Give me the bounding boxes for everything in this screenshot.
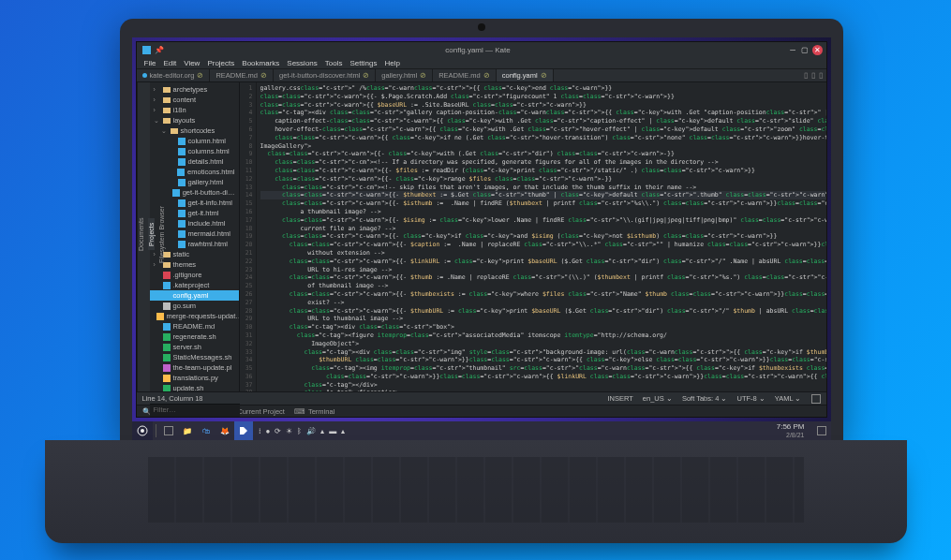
menu-icon[interactable]	[811, 394, 821, 404]
tab-close-icon[interactable]: ⊘	[197, 71, 203, 80]
tree-item[interactable]: config.yaml	[150, 290, 239, 301]
chevron-icon[interactable]: ›	[154, 96, 160, 103]
tab-close-icon[interactable]: ⊘	[420, 71, 426, 80]
volume-icon[interactable]: 🔊	[306, 427, 316, 435]
menu-file[interactable]: File	[144, 59, 156, 67]
tree-item[interactable]: .gitignore	[150, 270, 239, 280]
tool-terminal[interactable]: ⌨Terminal	[294, 407, 334, 416]
tab-2[interactable]: get-it-button-discover.html⊘	[274, 69, 376, 81]
close-button[interactable]: ✕	[812, 45, 823, 55]
menu-projects[interactable]: Projects	[207, 59, 234, 67]
filter-input[interactable]: Filter…	[150, 404, 240, 417]
folder-icon	[163, 107, 171, 114]
tree-item[interactable]: get-it-button-di…	[150, 187, 239, 198]
updates-icon[interactable]: ⟳	[275, 427, 281, 435]
tree-item[interactable]: .kateproject	[150, 280, 239, 290]
brightness-icon[interactable]: ☀	[286, 427, 292, 435]
side-tab-projects[interactable]: Projects	[148, 218, 155, 249]
app-files[interactable]: 📁	[178, 421, 197, 440]
spell-lang[interactable]: en_US ⌄	[643, 394, 673, 403]
tree-item[interactable]: column.html	[150, 136, 239, 146]
close-view-icon[interactable]: ▯	[819, 71, 823, 80]
menu-tools[interactable]: Tools	[325, 59, 343, 67]
tree-item[interactable]: translations.py	[150, 373, 239, 383]
chevron-icon[interactable]: ⌄	[154, 117, 160, 125]
minimize-button[interactable]: ─	[788, 45, 798, 55]
tab-close-icon[interactable]: ⊘	[483, 71, 490, 80]
tool-label: Terminal	[308, 407, 334, 416]
chevron-icon[interactable]: ›	[154, 86, 160, 93]
tree-item[interactable]: ›content	[150, 95, 239, 105]
tree-item[interactable]: StaticMessages.sh	[150, 352, 239, 362]
start-button[interactable]	[132, 421, 153, 440]
tab-close-icon[interactable]: ⊘	[541, 71, 547, 80]
taskbar: 📁 🛍 🦊 ⁞ ● ⟳ ☀ ᛒ 🔊 ▴ ▬ ▴	[132, 421, 831, 440]
side-tab-documents[interactable]: Documents	[138, 214, 144, 254]
app-kate[interactable]	[234, 421, 253, 440]
battery-icon[interactable]: ▬	[329, 427, 336, 435]
tab-3[interactable]: gallery.html⊘	[376, 69, 433, 81]
app-firefox[interactable]: 🦊	[215, 421, 234, 440]
tab-width[interactable]: Soft Tabs: 4 ⌄	[682, 394, 728, 403]
tree-item[interactable]: go.sum	[150, 301, 239, 311]
tree-item-label: README.md	[173, 322, 215, 331]
tab-5[interactable]: config.yaml⊘	[497, 69, 554, 81]
tree-item[interactable]: merge-requests-updat…	[150, 311, 239, 321]
menu-bookmarks[interactable]: Bookmarks	[242, 59, 279, 67]
tree-item[interactable]: ⌄layouts	[150, 115, 239, 125]
tree-item[interactable]: gallery.html	[150, 177, 239, 187]
file-icon	[163, 344, 171, 351]
show-desktop[interactable]	[812, 421, 831, 440]
bluetooth-icon[interactable]: ᛒ	[297, 427, 302, 435]
tab-1[interactable]: README.md⊘	[210, 69, 274, 81]
menubar: FileEditViewProjectsBookmarksSessionsToo…	[137, 57, 826, 69]
tool-label: Current Project	[237, 407, 284, 416]
svg-rect-20	[163, 282, 171, 289]
app-pager[interactable]	[159, 421, 178, 440]
file-icon	[178, 179, 186, 186]
menu-edit[interactable]: Edit	[163, 59, 176, 67]
encoding[interactable]: UTF-8 ⌄	[736, 394, 765, 403]
tree-item[interactable]: regenerate.sh	[150, 332, 239, 342]
tab-0[interactable]: kate-editor.org⊘	[137, 69, 211, 81]
split-h-icon[interactable]: ▯	[804, 71, 808, 80]
tree-item[interactable]: ›i18n	[150, 105, 239, 115]
tree-item[interactable]: README.md	[150, 321, 239, 332]
clock[interactable]: 7:56 PM 2/8/21	[769, 422, 812, 439]
clipboard-icon[interactable]: ●	[266, 427, 271, 435]
chevron-up-icon[interactable]: ▴	[341, 427, 345, 435]
insert-mode[interactable]: INSERT	[607, 394, 632, 403]
chevron-icon[interactable]: ›	[154, 107, 160, 113]
systray[interactable]: ⁞ ● ⟳ ☀ ᛒ 🔊 ▴ ▬ ▴	[253, 427, 351, 435]
pin-icon[interactable]: 📌	[155, 46, 163, 54]
tree-item[interactable]: emoticons.html	[150, 167, 239, 177]
tree-item[interactable]: update.sh	[150, 383, 239, 391]
menu-view[interactable]: View	[184, 59, 200, 67]
chevron-icon[interactable]: ⌄	[161, 127, 168, 135]
network-icon[interactable]: ▴	[320, 427, 324, 435]
split-v-icon[interactable]: ▯	[811, 71, 815, 80]
menu-help[interactable]: Help	[384, 59, 399, 67]
titlebar[interactable]: 📌 config.yaml — Kate ─ ▢ ✕	[137, 42, 826, 57]
tree-item[interactable]: columns.html	[150, 146, 239, 156]
menu-sessions[interactable]: Sessions	[287, 59, 317, 67]
tree-item[interactable]: the-team-update.pl	[150, 362, 239, 373]
side-tab-filesystem-browser[interactable]: Filesystem Browser	[158, 201, 165, 266]
tree-item[interactable]: details.html	[150, 156, 239, 167]
menu-settings[interactable]: Settings	[349, 59, 377, 67]
tree-item[interactable]: ›archetypes	[150, 84, 239, 95]
tab-close-icon[interactable]: ⊘	[363, 71, 369, 80]
file-mode[interactable]: YAML ⌄	[775, 394, 802, 403]
tree-item[interactable]: server.sh	[150, 342, 239, 352]
tree-item[interactable]: ⌄shortcodes	[150, 125, 239, 136]
code-left[interactable]: gallery.cssclass="c-str">" /%class="c-wa…	[257, 82, 826, 391]
tab-close-icon[interactable]: ⊘	[260, 71, 267, 80]
tree-item-label: merge-requests-updat…	[167, 312, 240, 320]
gutter-left: 1234567891011121314151617181920212223242…	[240, 82, 257, 391]
tab-4[interactable]: README.md⊘	[433, 69, 497, 81]
app-discover[interactable]: 🛍	[197, 421, 215, 440]
maximize-button[interactable]: ▢	[800, 45, 810, 55]
svg-rect-0	[142, 46, 151, 54]
file-icon	[163, 375, 171, 382]
file-icon	[178, 199, 186, 207]
